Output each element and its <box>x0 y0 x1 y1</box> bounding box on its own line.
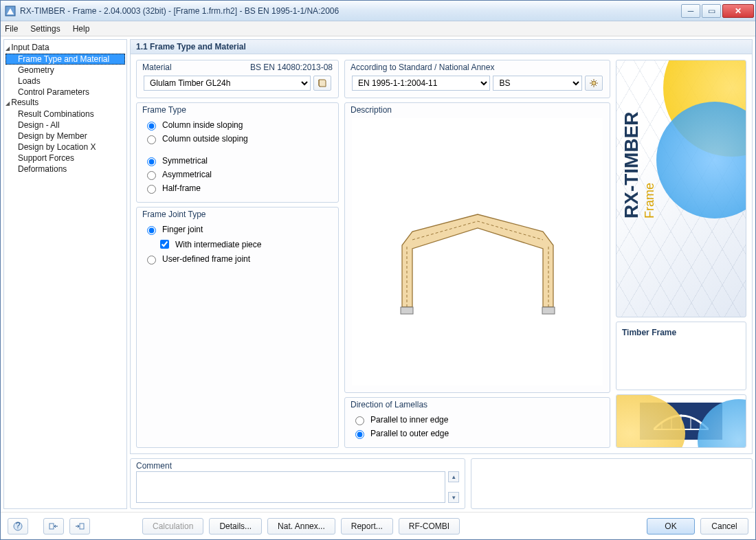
col-left: Material BS EN 14080:2013-08 Glulam Timb… <box>136 60 339 448</box>
radio-label: Finger joint <box>162 225 203 234</box>
brand-sub: Frame <box>643 183 657 218</box>
col-mid: According to Standard / National Annex E… <box>344 60 610 448</box>
comment-scroll: ▲ ▼ <box>448 471 459 503</box>
standard-label: According to Standard / National Annex <box>351 63 494 72</box>
comment-textarea[interactable] <box>136 471 445 503</box>
comment-row: Comment ▲ ▼ <box>130 458 753 509</box>
tree-item-control[interactable]: Control Parameters <box>5 87 125 98</box>
help-icon: ? <box>13 521 23 531</box>
group-comment: Comment ▲ ▼ <box>130 458 465 509</box>
menu-help[interactable]: Help <box>73 24 90 34</box>
prev-button[interactable] <box>43 518 64 535</box>
group-lamellas: Direction of Lamellas Parallel to inner … <box>344 397 610 448</box>
radio-label: User-defined frame joint <box>162 254 250 264</box>
report-button[interactable]: Report... <box>341 518 393 535</box>
scroll-up-button[interactable]: ▲ <box>448 471 459 482</box>
radio-asymmetrical[interactable] <box>147 171 156 180</box>
help-button[interactable]: ? <box>8 518 28 535</box>
tree-root-results[interactable]: Results <box>5 98 125 107</box>
standard-code-select[interactable]: EN 1995-1-1:2004-11 <box>352 76 490 91</box>
ok-button[interactable]: OK <box>647 518 695 535</box>
tree-item-design-member[interactable]: Design by Member <box>5 131 125 142</box>
standard-settings-button[interactable] <box>585 76 603 91</box>
svg-text:?: ? <box>16 521 21 530</box>
group-material: Material BS EN 14080:2013-08 Glulam Timb… <box>136 60 339 98</box>
check-intermediate-piece[interactable] <box>160 240 169 249</box>
calculation-button[interactable]: Calculation <box>142 518 203 535</box>
next-button[interactable] <box>69 518 90 535</box>
frame-type-label: Frame Type <box>142 105 186 115</box>
svg-rect-12 <box>49 524 54 529</box>
radio-label: Parallel to outer edge <box>370 429 449 438</box>
gear-icon <box>589 78 599 88</box>
app-icon <box>5 5 16 16</box>
close-button[interactable]: ✕ <box>722 4 754 18</box>
radio-parallel-inner[interactable] <box>355 416 364 425</box>
radio-label: Asymmetrical <box>162 170 212 179</box>
panel-body: Material BS EN 14080:2013-08 Glulam Timb… <box>130 54 753 454</box>
menu-settings[interactable]: Settings <box>30 24 60 34</box>
body: Input Data Frame Type and Material Geome… <box>1 36 755 512</box>
book-icon <box>318 78 327 88</box>
brand-graphic: RX-TIMBER Frame <box>616 60 746 317</box>
radio-user-defined-joint[interactable] <box>147 256 156 265</box>
cancel-button[interactable]: Cancel <box>700 518 748 535</box>
tree-item-loads[interactable]: Loads <box>5 76 125 87</box>
window-title: RX-TIMBER - Frame - 2.04.0003 (32bit) - … <box>20 6 680 16</box>
radio-parallel-outer[interactable] <box>355 430 364 439</box>
joint-type-label: Frame Joint Type <box>142 210 205 219</box>
material-label: Material <box>142 63 172 72</box>
radio-label: Symmetrical <box>162 156 208 166</box>
scroll-down-button[interactable]: ▼ <box>448 492 459 503</box>
material-select[interactable]: Glulam Timber GL24h <box>144 76 311 91</box>
radio-half-frame[interactable] <box>147 185 156 194</box>
tree-item-design-location[interactable]: Design by Location X <box>5 142 125 153</box>
arrow-right-icon <box>75 522 85 530</box>
tree-root-input[interactable]: Input Data <box>5 43 125 52</box>
nat-annex-button[interactable]: Nat. Annex... <box>267 518 335 535</box>
radio-label: Column inside sloping <box>162 120 243 130</box>
svg-rect-13 <box>80 524 84 529</box>
group-description: Description <box>344 102 610 393</box>
footer: ? Calculation Details... Nat. Annex... R… <box>1 512 755 539</box>
minimize-button[interactable]: ─ <box>681 4 700 18</box>
svg-point-1 <box>592 81 596 85</box>
rf-combi-button[interactable]: RF-COMBI <box>399 518 460 535</box>
arrow-left-icon <box>49 522 58 530</box>
tree-item-deformations[interactable]: Deformations <box>5 164 125 175</box>
frame-preview <box>352 118 603 385</box>
svg-rect-2 <box>401 307 413 314</box>
radio-label: Half-frame <box>162 183 201 193</box>
menubar: File Settings Help <box>1 21 755 36</box>
group-joint-type: Frame Joint Type Finger joint With inter… <box>136 207 339 448</box>
tree-item-geometry[interactable]: Geometry <box>5 65 125 76</box>
material-library-button[interactable] <box>313 76 331 91</box>
brand-name: RX-TIMBER <box>621 111 643 218</box>
maximize-button[interactable]: ▭ <box>702 4 721 18</box>
national-annex-select[interactable]: BS <box>493 76 582 91</box>
details-button[interactable]: Details... <box>209 518 262 535</box>
lamellas-label: Direction of Lamellas <box>351 400 427 409</box>
tree-item-design-all[interactable]: Design - All <box>5 120 125 131</box>
description-label: Description <box>351 105 392 115</box>
col-right: RX-TIMBER Frame Timber Frame <box>616 60 746 448</box>
material-standard: BS EN 14080:2013-08 <box>250 63 333 72</box>
radio-finger-joint[interactable] <box>147 226 156 235</box>
radio-label: Column outside sloping <box>162 134 248 144</box>
group-frame-type: Frame Type Column inside sloping Column … <box>136 102 339 203</box>
frame-svg <box>375 183 581 321</box>
titlebar: RX-TIMBER - Frame - 2.04.0003 (32bit) - … <box>1 1 755 21</box>
panel-header: 1.1 Frame Type and Material <box>130 39 753 54</box>
radio-column-outside[interactable] <box>147 135 156 144</box>
sidebar-module-name: Timber Frame <box>616 322 746 390</box>
check-label: With intermediate piece <box>175 240 261 249</box>
menu-file[interactable]: File <box>5 24 18 34</box>
main-panel: 1.1 Frame Type and Material Material BS … <box>130 39 753 509</box>
tree-item-result-combos[interactable]: Result Combinations <box>5 109 125 120</box>
radio-label: Parallel to inner edge <box>370 415 448 425</box>
tree-item-frame-type[interactable]: Frame Type and Material <box>5 54 125 65</box>
tree-item-support-forces[interactable]: Support Forces <box>5 153 125 164</box>
navigation-tree: Input Data Frame Type and Material Geome… <box>3 39 127 509</box>
radio-column-inside[interactable] <box>147 122 156 131</box>
radio-symmetrical[interactable] <box>147 157 156 166</box>
